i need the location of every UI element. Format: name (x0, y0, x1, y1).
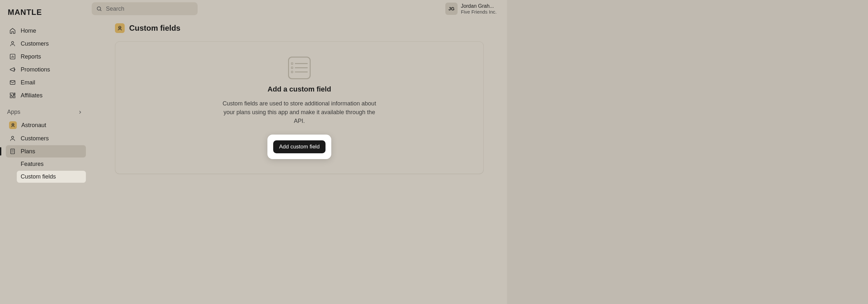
brand-logo: MANTLE (6, 6, 86, 25)
astronaut-icon (115, 23, 125, 33)
section-label: Apps (7, 109, 20, 115)
puzzle-icon (9, 92, 16, 99)
mail-icon (9, 79, 16, 86)
cta-highlight: Add custom field (268, 135, 331, 159)
user-icon (9, 40, 16, 47)
sidebar-item-email[interactable]: Email (6, 76, 86, 89)
building-icon (9, 148, 16, 155)
sidebar-item-reports[interactable]: Reports (6, 51, 86, 63)
user-name: Jordan Grah... (461, 3, 497, 9)
sidebar-item-label: Promotions (21, 66, 50, 73)
svg-point-6 (97, 7, 101, 10)
sidebar-item-label: Astronaut (21, 122, 46, 129)
sidebar-item-label: Plans (21, 148, 35, 155)
page-content: Custom fields Add a custom field Custom … (92, 18, 507, 174)
sidebar-item-label: Customers (21, 135, 49, 142)
sidebar-item-label: Customers (21, 40, 49, 47)
topbar: JG Jordan Grah... Five Friends Inc. (92, 0, 507, 18)
list-icon (288, 57, 311, 79)
home-icon (9, 27, 16, 34)
empty-state-description: Custom fields are used to store addition… (222, 99, 377, 126)
sidebar-item-plans[interactable]: Plans (6, 145, 86, 158)
sidebar-item-customers[interactable]: Customers (6, 37, 86, 50)
megaphone-icon (9, 66, 16, 73)
svg-point-0 (11, 42, 14, 44)
user-org: Five Friends Inc. (461, 9, 497, 15)
sidebar-item-label: Email (21, 79, 35, 86)
search-box[interactable] (92, 2, 197, 15)
add-custom-field-button[interactable]: Add custom field (273, 140, 326, 153)
page-title: Custom fields (129, 24, 181, 33)
sidebar-item-label: Affiliates (21, 92, 42, 99)
search-input[interactable] (106, 5, 193, 12)
sidebar-app-astronaut[interactable]: Astronaut (6, 119, 86, 132)
sidebar-item-home[interactable]: Home (6, 25, 86, 37)
svg-point-4 (11, 136, 14, 138)
blank-area (507, 0, 868, 304)
sidebar-subitem-custom-fields[interactable]: Custom fields (17, 171, 86, 183)
sidebar-item-label: Home (21, 27, 36, 34)
empty-state-card: Add a custom field Custom fields are use… (115, 42, 484, 174)
user-icon (9, 135, 16, 142)
chevron-right-icon (78, 110, 83, 115)
sidebar-item-app-customers[interactable]: Customers (6, 132, 86, 144)
sidebar-subitem-features[interactable]: Features (17, 158, 86, 170)
avatar: JG (445, 3, 458, 15)
chart-icon (9, 53, 16, 60)
astronaut-icon (9, 121, 17, 129)
sidebar-item-promotions[interactable]: Promotions (6, 63, 86, 76)
sidebar-item-affiliates[interactable]: Affiliates (6, 89, 86, 102)
sidebar-item-label: Reports (21, 53, 41, 60)
user-menu[interactable]: JG Jordan Grah... Five Friends Inc. (445, 3, 497, 15)
svg-rect-5 (11, 149, 14, 154)
sidebar-section-apps[interactable]: Apps (6, 102, 86, 119)
empty-state-title: Add a custom field (268, 85, 331, 93)
search-icon (96, 6, 102, 12)
sidebar: MANTLE Home Customers Reports Promotions (0, 0, 92, 304)
